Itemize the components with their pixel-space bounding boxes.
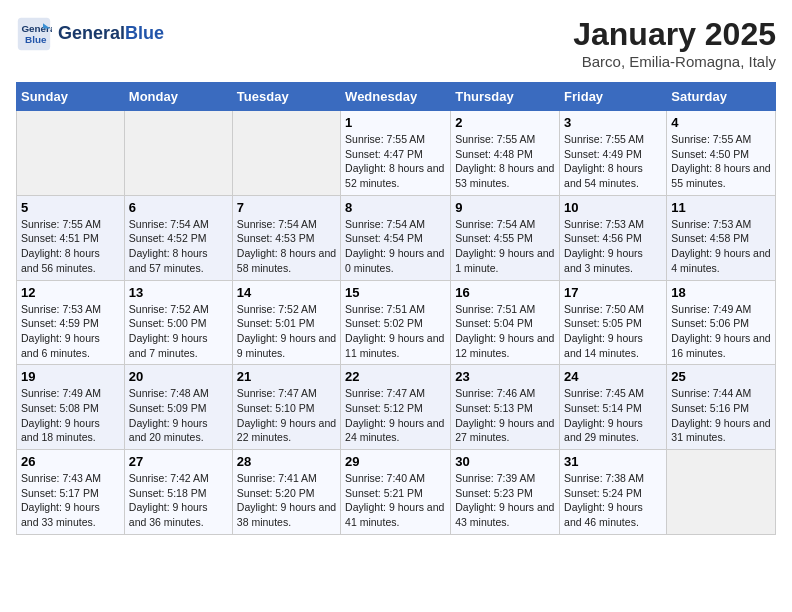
calendar-cell: 8Sunrise: 7:54 AM Sunset: 4:54 PM Daylig… [341,195,451,280]
calendar-cell: 25Sunrise: 7:44 AM Sunset: 5:16 PM Dayli… [667,365,776,450]
day-number: 8 [345,200,446,215]
weekday-header-saturday: Saturday [667,83,776,111]
day-info: Sunrise: 7:54 AM Sunset: 4:54 PM Dayligh… [345,217,446,276]
weekday-header-tuesday: Tuesday [232,83,340,111]
day-number: 13 [129,285,228,300]
day-info: Sunrise: 7:49 AM Sunset: 5:08 PM Dayligh… [21,386,120,445]
day-number: 11 [671,200,771,215]
day-info: Sunrise: 7:38 AM Sunset: 5:24 PM Dayligh… [564,471,662,530]
day-info: Sunrise: 7:51 AM Sunset: 5:02 PM Dayligh… [345,302,446,361]
calendar-week-3: 12Sunrise: 7:53 AM Sunset: 4:59 PM Dayli… [17,280,776,365]
calendar-cell: 19Sunrise: 7:49 AM Sunset: 5:08 PM Dayli… [17,365,125,450]
day-info: Sunrise: 7:47 AM Sunset: 5:12 PM Dayligh… [345,386,446,445]
calendar-week-5: 26Sunrise: 7:43 AM Sunset: 5:17 PM Dayli… [17,450,776,535]
weekday-header-wednesday: Wednesday [341,83,451,111]
calendar-cell: 6Sunrise: 7:54 AM Sunset: 4:52 PM Daylig… [124,195,232,280]
calendar-cell: 11Sunrise: 7:53 AM Sunset: 4:58 PM Dayli… [667,195,776,280]
day-info: Sunrise: 7:39 AM Sunset: 5:23 PM Dayligh… [455,471,555,530]
day-number: 14 [237,285,336,300]
calendar-cell: 24Sunrise: 7:45 AM Sunset: 5:14 PM Dayli… [560,365,667,450]
calendar-cell: 23Sunrise: 7:46 AM Sunset: 5:13 PM Dayli… [451,365,560,450]
calendar-week-1: 1Sunrise: 7:55 AM Sunset: 4:47 PM Daylig… [17,111,776,196]
weekday-header-thursday: Thursday [451,83,560,111]
calendar-cell: 5Sunrise: 7:55 AM Sunset: 4:51 PM Daylig… [17,195,125,280]
day-number: 28 [237,454,336,469]
day-number: 9 [455,200,555,215]
day-number: 17 [564,285,662,300]
calendar-cell: 26Sunrise: 7:43 AM Sunset: 5:17 PM Dayli… [17,450,125,535]
day-info: Sunrise: 7:55 AM Sunset: 4:50 PM Dayligh… [671,132,771,191]
day-number: 23 [455,369,555,384]
day-number: 22 [345,369,446,384]
calendar-table: SundayMondayTuesdayWednesdayThursdayFrid… [16,82,776,535]
day-number: 27 [129,454,228,469]
calendar-cell: 17Sunrise: 7:50 AM Sunset: 5:05 PM Dayli… [560,280,667,365]
calendar-cell: 27Sunrise: 7:42 AM Sunset: 5:18 PM Dayli… [124,450,232,535]
day-info: Sunrise: 7:48 AM Sunset: 5:09 PM Dayligh… [129,386,228,445]
calendar-cell: 29Sunrise: 7:40 AM Sunset: 5:21 PM Dayli… [341,450,451,535]
calendar-cell: 14Sunrise: 7:52 AM Sunset: 5:01 PM Dayli… [232,280,340,365]
day-info: Sunrise: 7:52 AM Sunset: 5:00 PM Dayligh… [129,302,228,361]
day-info: Sunrise: 7:47 AM Sunset: 5:10 PM Dayligh… [237,386,336,445]
day-info: Sunrise: 7:53 AM Sunset: 4:56 PM Dayligh… [564,217,662,276]
svg-text:General: General [21,23,52,34]
day-info: Sunrise: 7:55 AM Sunset: 4:48 PM Dayligh… [455,132,555,191]
calendar-cell: 16Sunrise: 7:51 AM Sunset: 5:04 PM Dayli… [451,280,560,365]
day-info: Sunrise: 7:55 AM Sunset: 4:47 PM Dayligh… [345,132,446,191]
calendar-cell [17,111,125,196]
calendar-cell: 12Sunrise: 7:53 AM Sunset: 4:59 PM Dayli… [17,280,125,365]
day-number: 24 [564,369,662,384]
weekday-header-sunday: Sunday [17,83,125,111]
svg-text:Blue: Blue [25,34,47,45]
day-number: 15 [345,285,446,300]
calendar-cell: 18Sunrise: 7:49 AM Sunset: 5:06 PM Dayli… [667,280,776,365]
calendar-cell: 7Sunrise: 7:54 AM Sunset: 4:53 PM Daylig… [232,195,340,280]
day-info: Sunrise: 7:51 AM Sunset: 5:04 PM Dayligh… [455,302,555,361]
month-title: January 2025 [573,16,776,53]
day-number: 21 [237,369,336,384]
weekday-header-row: SundayMondayTuesdayWednesdayThursdayFrid… [17,83,776,111]
day-number: 31 [564,454,662,469]
day-info: Sunrise: 7:43 AM Sunset: 5:17 PM Dayligh… [21,471,120,530]
day-number: 5 [21,200,120,215]
calendar-week-2: 5Sunrise: 7:55 AM Sunset: 4:51 PM Daylig… [17,195,776,280]
day-info: Sunrise: 7:54 AM Sunset: 4:53 PM Dayligh… [237,217,336,276]
logo: General Blue GeneralBlue [16,16,164,52]
calendar-cell: 2Sunrise: 7:55 AM Sunset: 4:48 PM Daylig… [451,111,560,196]
day-number: 2 [455,115,555,130]
day-number: 1 [345,115,446,130]
day-number: 26 [21,454,120,469]
day-info: Sunrise: 7:44 AM Sunset: 5:16 PM Dayligh… [671,386,771,445]
calendar-week-4: 19Sunrise: 7:49 AM Sunset: 5:08 PM Dayli… [17,365,776,450]
calendar-cell: 20Sunrise: 7:48 AM Sunset: 5:09 PM Dayli… [124,365,232,450]
calendar-cell: 4Sunrise: 7:55 AM Sunset: 4:50 PM Daylig… [667,111,776,196]
day-info: Sunrise: 7:41 AM Sunset: 5:20 PM Dayligh… [237,471,336,530]
day-info: Sunrise: 7:50 AM Sunset: 5:05 PM Dayligh… [564,302,662,361]
day-number: 7 [237,200,336,215]
day-number: 4 [671,115,771,130]
day-info: Sunrise: 7:54 AM Sunset: 4:55 PM Dayligh… [455,217,555,276]
weekday-header-friday: Friday [560,83,667,111]
calendar-cell: 22Sunrise: 7:47 AM Sunset: 5:12 PM Dayli… [341,365,451,450]
calendar-cell: 28Sunrise: 7:41 AM Sunset: 5:20 PM Dayli… [232,450,340,535]
calendar-cell [124,111,232,196]
weekday-header-monday: Monday [124,83,232,111]
day-info: Sunrise: 7:53 AM Sunset: 4:59 PM Dayligh… [21,302,120,361]
calendar-cell: 31Sunrise: 7:38 AM Sunset: 5:24 PM Dayli… [560,450,667,535]
calendar-cell: 21Sunrise: 7:47 AM Sunset: 5:10 PM Dayli… [232,365,340,450]
day-number: 12 [21,285,120,300]
day-number: 16 [455,285,555,300]
day-number: 18 [671,285,771,300]
day-info: Sunrise: 7:49 AM Sunset: 5:06 PM Dayligh… [671,302,771,361]
day-info: Sunrise: 7:52 AM Sunset: 5:01 PM Dayligh… [237,302,336,361]
day-number: 3 [564,115,662,130]
day-info: Sunrise: 7:46 AM Sunset: 5:13 PM Dayligh… [455,386,555,445]
day-info: Sunrise: 7:53 AM Sunset: 4:58 PM Dayligh… [671,217,771,276]
calendar-cell: 1Sunrise: 7:55 AM Sunset: 4:47 PM Daylig… [341,111,451,196]
location-title: Barco, Emilia-Romagna, Italy [573,53,776,70]
calendar-cell [667,450,776,535]
day-number: 6 [129,200,228,215]
logo-icon: General Blue [16,16,52,52]
day-info: Sunrise: 7:55 AM Sunset: 4:49 PM Dayligh… [564,132,662,191]
page-header: General Blue GeneralBlue January 2025 Ba… [16,16,776,70]
